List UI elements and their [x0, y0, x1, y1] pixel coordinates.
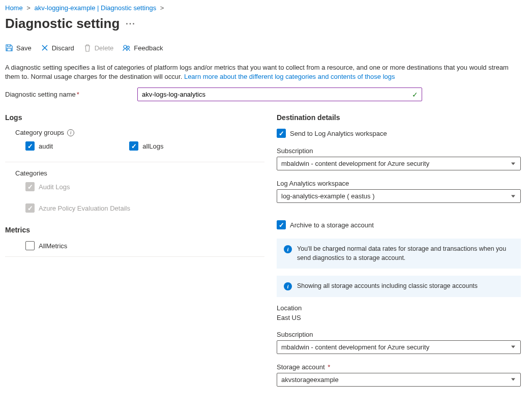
storage-location-label: Location — [277, 304, 527, 312]
description: A diagnostic setting specifies a list of… — [5, 63, 514, 81]
info-box-storage-charge: i You'll be charged normal data rates fo… — [277, 239, 521, 269]
checkbox-policy-eval — [25, 203, 35, 213]
save-button[interactable]: Save — [5, 44, 32, 52]
feedback-icon — [123, 44, 131, 52]
required-indicator: * — [326, 363, 331, 371]
la-workspace-label: Log Analytics workspace — [277, 180, 527, 187]
divider — [5, 256, 264, 257]
checkbox-audit-label: audit — [39, 142, 53, 150]
svg-point-1 — [127, 46, 130, 49]
metrics-heading: Metrics — [5, 226, 264, 234]
destination-heading: Destination details — [277, 113, 527, 122]
checkbox-audit[interactable] — [25, 141, 35, 151]
discard-label: Discard — [52, 44, 74, 52]
feedback-button[interactable]: Feedback — [123, 44, 163, 52]
delete-button: Delete — [83, 44, 114, 52]
categories-label: Categories — [15, 169, 264, 177]
breadcrumb-home[interactable]: Home — [5, 4, 23, 12]
logs-heading: Logs — [5, 113, 264, 122]
svg-point-0 — [124, 45, 127, 48]
checkbox-audit-logs-label: Audit Logs — [39, 183, 70, 191]
discard-button[interactable]: Discard — [41, 44, 74, 52]
name-field-row: Diagnostic setting name* ✓ — [5, 87, 527, 101]
la-workspace-value: log-analytics-example ( eastus ) — [281, 192, 375, 200]
storage-subscription-label: Subscription — [277, 331, 527, 338]
breadcrumb: Home > akv-logging-example | Diagnostic … — [5, 4, 527, 15]
checkbox-alllogs-label: allLogs — [142, 142, 163, 150]
checkbox-send-log-analytics[interactable] — [277, 129, 286, 138]
more-actions-button[interactable]: ··· — [126, 19, 135, 28]
storage-account-value: akvstorageexample — [281, 376, 339, 384]
toolbar: Save Discard Delete Feedback — [5, 34, 527, 57]
info-icon: i — [284, 245, 292, 253]
la-subscription-select[interactable]: mbaldwin - content development for Azure… — [277, 157, 521, 170]
save-label: Save — [16, 44, 32, 52]
storage-account-label: Storage account * — [277, 363, 527, 371]
la-workspace-select[interactable]: log-analytics-example ( eastus ) — [277, 189, 521, 203]
breadcrumb-separator: > — [24, 4, 33, 12]
checkbox-send-log-analytics-label: Send to Log Analytics workspace — [290, 130, 387, 137]
save-icon — [5, 44, 13, 52]
checkbox-archive-storage-label: Archive to a storage account — [290, 221, 374, 229]
close-icon — [41, 44, 49, 52]
diagnostic-name-input[interactable] — [137, 87, 422, 101]
storage-account-select[interactable]: akvstorageexample — [277, 373, 521, 387]
breadcrumb-resource[interactable]: akv-logging-example | Diagnostic setting… — [35, 4, 157, 12]
delete-label: Delete — [95, 44, 114, 52]
la-subscription-value: mbaldwin - content development for Azure… — [281, 160, 429, 167]
category-groups-label: Category groups i — [15, 129, 264, 136]
trash-icon — [83, 44, 92, 52]
checkbox-audit-logs — [25, 182, 35, 191]
info-box-text: Showing all storage accounts including c… — [297, 282, 478, 291]
checkbox-archive-storage[interactable] — [277, 220, 286, 229]
info-icon[interactable]: i — [67, 129, 74, 136]
la-subscription-label: Subscription — [277, 147, 527, 155]
divider — [5, 162, 264, 162]
checkbox-allmetrics-label: AllMetrics — [39, 242, 67, 250]
storage-subscription-value: mbaldwin - content development for Azure… — [281, 343, 429, 351]
description-link[interactable]: Learn more about the different log categ… — [184, 73, 395, 80]
info-icon: i — [284, 282, 292, 290]
info-box-text: You'll be charged normal data rates for … — [297, 245, 514, 262]
checkbox-policy-eval-label: Azure Policy Evaluation Details — [39, 204, 130, 212]
storage-subscription-select[interactable]: mbaldwin - content development for Azure… — [277, 340, 521, 354]
breadcrumb-separator: > — [158, 4, 166, 12]
name-field-label: Diagnostic setting name* — [5, 91, 137, 98]
info-box-storage-classic: i Showing all storage accounts including… — [277, 276, 521, 297]
checkbox-alllogs[interactable] — [129, 141, 138, 151]
checkbox-allmetrics[interactable] — [25, 241, 35, 250]
required-indicator: * — [77, 91, 79, 98]
storage-location-value: East US — [277, 314, 527, 321]
page-title-row: Diagnostic setting ··· — [5, 16, 527, 32]
feedback-label: Feedback — [134, 44, 163, 52]
page-title: Diagnostic setting — [5, 16, 120, 32]
